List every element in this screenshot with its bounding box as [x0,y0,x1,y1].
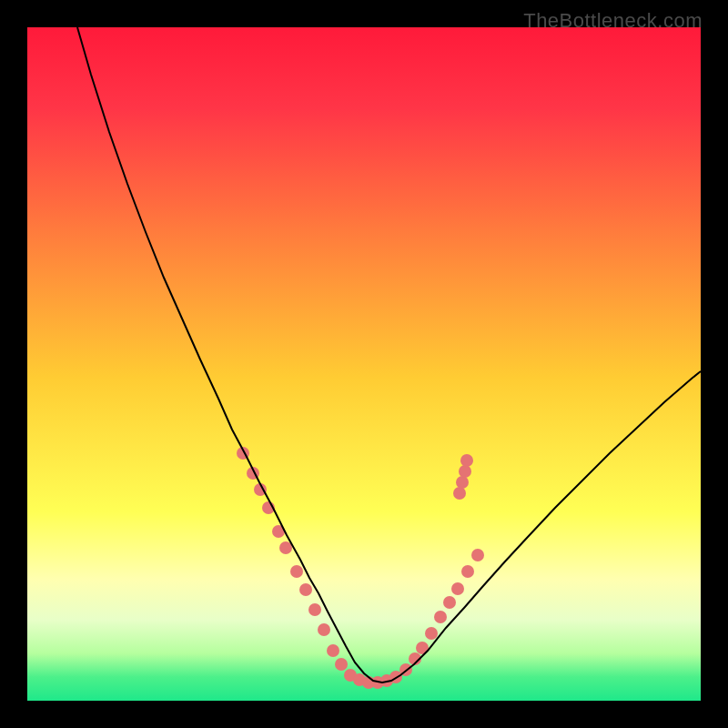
data-marker [443,596,456,609]
data-marker [434,611,447,623]
data-marker [460,454,473,467]
data-marker [471,549,484,561]
data-marker [308,603,321,616]
chart-svg [27,27,701,701]
data-marker [425,627,438,640]
data-marker [279,541,292,554]
data-marker [461,565,474,578]
data-marker [453,487,466,500]
plot-area [27,27,701,701]
data-marker [335,658,348,671]
data-marker [327,644,339,657]
chart-background [27,27,701,701]
data-marker [318,623,330,636]
data-marker [290,565,303,578]
data-marker [459,465,471,478]
data-marker [451,582,464,595]
data-marker [456,476,469,489]
data-marker [299,583,312,596]
